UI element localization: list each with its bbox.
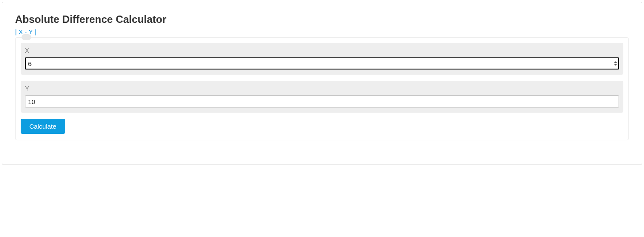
y-input[interactable]	[25, 95, 619, 107]
x-label: X	[25, 47, 619, 54]
x-field-block: X	[21, 43, 623, 75]
panel-toggle-indicator	[22, 34, 31, 40]
page-title: Absolute Difference Calculator	[15, 13, 629, 25]
spinner-down-icon	[614, 64, 617, 66]
y-input-wrap	[25, 95, 619, 107]
calculate-button[interactable]: Calculate	[21, 119, 65, 134]
x-spinner[interactable]	[614, 61, 617, 66]
y-field-block: Y	[21, 81, 623, 113]
y-label: Y	[25, 85, 619, 92]
x-input-wrap	[25, 57, 619, 70]
input-panel: X Y Calculate	[15, 37, 629, 140]
calculator-card: Absolute Difference Calculator | X - Y |…	[2, 2, 642, 165]
spinner-up-icon	[614, 61, 617, 63]
x-input[interactable]	[25, 57, 619, 70]
